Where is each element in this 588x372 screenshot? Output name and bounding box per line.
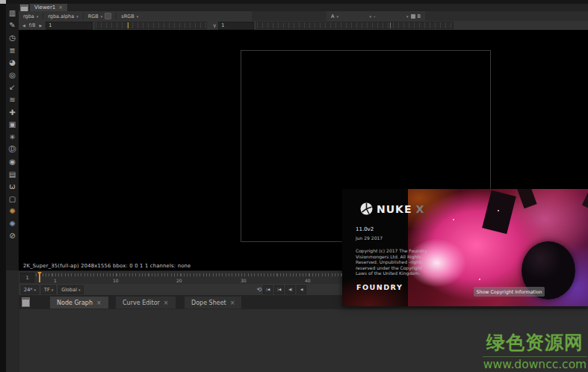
debris-shape [582,191,588,213]
chevron-down-icon[interactable]: ▾ [37,14,39,19]
help-icon[interactable]: ⊘ [7,230,18,243]
timeline-tick-label: 10 [113,278,119,283]
channel-controls: rgba ▾ rgba.alpha ▾ RGB ▾ sRGB ▾ [19,11,252,21]
input-b-select[interactable]: ▾ B [406,13,421,19]
layer-select[interactable]: rgba [23,13,34,19]
input-a-select[interactable]: A ▾ [331,13,338,19]
tf-label: TF [44,287,50,293]
filter-icon[interactable]: ◎ [7,69,18,81]
splash-copyright-line: Copyright (c) 2017 The Foundry [356,248,434,254]
tab-close-icon[interactable]: × [58,4,63,10]
channel-icon[interactable]: ≣ [7,44,18,57]
debris-shape [482,190,516,235]
loop-mode-icon[interactable]: ⟲ [257,286,262,293]
timeline-tick-label: 20 [176,278,182,283]
other-icon[interactable]: ▢ [7,193,18,205]
display-channel-select[interactable]: RGB [88,13,99,19]
gamma-slider-marker[interactable] [390,22,391,28]
frame-range-select[interactable]: Global ▾ [58,285,83,294]
chevron-down-icon: ▾ [336,14,338,19]
merge-icon[interactable]: ≋ [7,93,18,106]
gain-slider[interactable] [95,22,207,29]
metadata-icon[interactable]: ▤ [7,168,18,181]
tf-select[interactable]: TF ▾ [41,285,56,294]
splash-copyright-line: Visionmongers Ltd. All Rights [356,254,434,260]
tab-viewer1[interactable]: Viewer1 × [30,4,67,11]
color-swatch[interactable] [105,13,111,19]
plugin-pinwheel2-icon[interactable]: ✺ [7,217,18,230]
splash-copyright-line: Laws of the United Kingdom. [356,270,434,276]
gamma-slider[interactable] [256,22,454,29]
transform-icon[interactable]: ✚ [7,106,18,119]
transport-button[interactable]: |◀ [274,285,284,294]
splash-copyright-line: Reserved. Unpublished -rights [356,259,434,265]
alpha-select[interactable]: rgba.alpha [48,13,74,19]
splash-version: 11.0v2 [356,226,374,232]
tab-close-icon[interactable]: × [230,300,235,306]
particles-icon[interactable]: ✳ [7,131,18,143]
watermark-title: 绿色资源网 [483,330,587,355]
timeline-tick-label: 40 [305,278,311,283]
nuke-logo: NUKE X [360,202,424,215]
wipe-select[interactable]: ▾ - [370,13,376,19]
dock-tab[interactable]: Curve Editor × [116,297,176,309]
toolsets-icon[interactable]: ω [7,180,18,193]
dock-tab[interactable]: Dope Sheet × [185,297,241,309]
chevron-down-icon[interactable]: ▾ [137,14,139,19]
splash-screen: NUKE X 11.0v2 Jun 29 2017 Copyright (c) … [342,189,588,306]
timeline-tick-label: 1 [54,278,57,283]
watermark-divider [483,356,587,357]
color-icon[interactable]: ◕ [7,56,18,69]
gain-input[interactable]: 1 [46,22,93,30]
foundry-logo: FOUNDRY [356,283,403,291]
spark [479,279,480,280]
transport-button[interactable]: ◀| [285,285,295,294]
range-start-field[interactable]: 1 [20,273,34,282]
show-copyright-button[interactable]: Show Copyright Information [474,287,545,297]
viewer-tab-bar [19,4,588,11]
timeline-tick-label: 30 [241,278,247,283]
divider [43,13,43,19]
fps-value: 24* [24,287,33,293]
chevron-down-icon[interactable]: ▾ [101,14,103,19]
tab-close-icon[interactable]: × [96,300,102,306]
spark [453,219,454,220]
gain-prev-button[interactable]: ◀ [21,23,27,28]
left-rail [0,4,6,372]
gain-slider-marker[interactable] [128,22,129,28]
colorspace-select[interactable]: sRGB [121,13,134,19]
splash-build-date: Jun 29 2017 [356,235,383,241]
frame-range-label: Global [61,287,77,293]
3d-icon[interactable]: ▣ [7,118,18,131]
viewer-toolbar: rgba ▾ rgba.alpha ▾ RGB ▾ sRGB ▾ A ▾ ▾ -… [19,11,588,21]
dock-tab[interactable]: Node Graph × [50,297,108,309]
nuke-logo-icon [360,202,373,215]
plugin-pinwheel-icon[interactable]: ✺ [7,205,18,218]
gain-next-button[interactable]: ▶ [37,23,43,28]
fps-select[interactable]: 24* ▾ [21,285,39,294]
debris-shape [516,189,536,208]
chevron-down-icon[interactable]: ▾ [76,14,78,19]
image-icon[interactable]: ▥ [7,7,18,19]
divider [116,13,117,19]
playhead[interactable] [39,272,40,282]
divider [83,13,84,19]
chevron-down-icon: ▾ [406,14,409,19]
keyer-icon[interactable]: ↙ [7,81,18,94]
views-icon[interactable]: ◉ [7,155,18,168]
tab-close-icon[interactable]: × [164,300,169,306]
gamma-input[interactable]: 1 [218,22,254,30]
nodes-toolbar: ▥ ✎ ◷ ≣ ◕ ◎ ↙ ≋ ✚ ▣ ✳ Ⓓ [6,4,19,270]
splash-product-name: NUKE [377,203,412,215]
aperture-label[interactable]: f/8 [29,22,36,28]
panel-layout-icon[interactable] [22,297,30,307]
dock-tab-label: Curve Editor [123,300,160,306]
input-a-label: A [331,13,334,19]
dock-tab-label: Node Graph [57,300,93,306]
transport-button[interactable]: |◀ [263,285,273,294]
draw-icon[interactable]: ✎ [7,19,18,32]
deep-icon[interactable]: Ⓓ [7,143,18,156]
time-icon[interactable]: ◷ [7,31,18,44]
transport-button[interactable]: ◀ [297,285,306,294]
chevron-down-icon: ▾ [370,14,372,19]
